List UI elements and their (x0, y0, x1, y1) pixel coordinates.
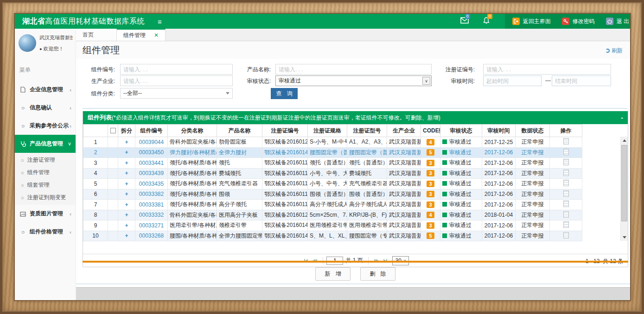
cell-operation[interactable] (550, 147, 582, 158)
expand-row-icon[interactable]: + (125, 139, 128, 145)
expand-row-icon[interactable]: + (125, 212, 128, 218)
tab-close-icon[interactable]: ✕ (154, 32, 159, 38)
expand-row-icon[interactable]: + (125, 191, 128, 197)
submenu-item-kit-management[interactable]: ○组套管理 (15, 179, 76, 191)
cell-code[interactable]: 00033381 (135, 200, 168, 210)
expand-row-icon[interactable]: + (125, 232, 128, 239)
expand-row-icon[interactable]: + (125, 181, 128, 187)
component-code-link[interactable]: 00039044 (139, 139, 164, 145)
cell-operation[interactable] (550, 200, 582, 210)
cell-operation[interactable] (550, 220, 582, 231)
table-row[interactable]: 7+00033381颈托/各种材质/各种规格高分子颈托鄂汉械备2016011高分… (83, 200, 582, 210)
component-code-link[interactable]: 00033268 (139, 232, 164, 239)
tab-home[interactable]: 首页 (76, 29, 117, 41)
cell-operation[interactable] (550, 210, 582, 220)
sidebar-item-purchase-ref-price[interactable]: ○ 采购参考价公示 ‹ (15, 117, 76, 135)
audit-status-select[interactable]: 审核通过 ∨ (275, 75, 432, 86)
query-button[interactable]: 查 询 (271, 88, 298, 99)
expand-row-icon[interactable]: + (125, 201, 128, 208)
component-code-input[interactable] (120, 64, 233, 75)
cell-code[interactable]: 00039044 (135, 137, 168, 148)
document-icon[interactable] (563, 149, 569, 155)
document-icon[interactable] (563, 180, 569, 186)
document-icon[interactable] (563, 170, 569, 176)
document-icon[interactable] (563, 159, 569, 165)
cell-split[interactable]: + (118, 158, 135, 169)
select-all-checkbox[interactable] (110, 128, 116, 133)
component-code-link[interactable]: 00033439 (139, 170, 164, 176)
sidebar-item-product-info[interactable]: 产品信息管理 ∨ (15, 135, 76, 153)
component-code-link[interactable]: 00033381 (139, 201, 164, 208)
category-select[interactable]: --全部-- (120, 88, 233, 99)
return-main-button[interactable]: 返回主界面 (512, 18, 551, 25)
cell-code[interactable]: 00033450 (135, 147, 168, 158)
cell-code[interactable]: 00033382 (135, 189, 168, 200)
collapse-button[interactable]: - (621, 114, 623, 121)
component-code-link[interactable]: 00033441 (139, 160, 164, 166)
vertical-scrollbar[interactable] (620, 137, 628, 241)
cell-operation[interactable] (550, 179, 582, 189)
cell-split[interactable]: + (118, 220, 135, 231)
bell-icon[interactable]: 0 (483, 17, 491, 25)
table-row[interactable]: 5+00033435颈托/各种材质/各种规格充气颈椎牵引器鄂汉械备2016011… (83, 179, 582, 189)
cell-split[interactable]: + (118, 147, 135, 158)
component-code-link[interactable]: 00033450 (139, 149, 164, 156)
cell-code[interactable]: 00033441 (135, 158, 168, 169)
cell-operation[interactable] (550, 158, 582, 169)
component-code-link[interactable]: 00033435 (139, 181, 164, 187)
cell-code[interactable]: 00033435 (135, 179, 168, 189)
sidebar-item-qualification-images[interactable]: 资质图片管理 ‹ (15, 205, 76, 223)
table-row[interactable]: 6+00033382颈托/各种材质/各种规格围领鄂汉械备2016011围领（普通… (83, 189, 582, 200)
scroll-up-icon[interactable] (621, 137, 628, 144)
expand-row-icon[interactable]: + (125, 160, 128, 166)
cell-split[interactable]: + (118, 168, 135, 179)
sidebar-item-info-confirm[interactable]: ○ 信息确认 ‹ (15, 99, 76, 117)
cell-split[interactable]: + (118, 137, 135, 148)
select-arrow-icon[interactable]: ∨ (422, 77, 430, 85)
manufacturer-input[interactable] (120, 75, 233, 86)
cell-operation[interactable] (550, 168, 582, 179)
audit-time-end-input[interactable] (552, 75, 611, 86)
sidebar-item-component-price[interactable]: ○ 组件价格管理 ‹ (15, 223, 76, 241)
sidebar-item-enterprise-info[interactable]: 企业信息管理 ‹ (15, 81, 76, 99)
cell-split[interactable]: + (118, 231, 135, 241)
delete-button[interactable]: 删 除 (360, 267, 395, 281)
table-row[interactable]: 9+00033271医用牵引带/各种材质/各颈椎牵引带鄂汉械备2016014医用… (83, 220, 582, 231)
scrollbar-thumb[interactable] (621, 145, 627, 221)
table-row[interactable]: 8+00033332骨科外固定夹板/各种材质医用高分子夹板鄂汉械备2016012… (83, 210, 582, 220)
col-checkbox[interactable] (108, 125, 118, 137)
tab-component-management[interactable]: 组件管理 ✕ (117, 29, 166, 41)
cert-no-input[interactable] (483, 64, 611, 75)
cell-code[interactable]: 00033271 (135, 220, 168, 231)
expand-row-icon[interactable]: + (125, 222, 128, 229)
table-row[interactable]: 2+00033450弹力腰封/各种材质/各种全弹力腰封鄂汉械备2016014腰围… (83, 147, 582, 158)
cell-operation[interactable] (550, 137, 582, 148)
expand-row-icon[interactable]: + (125, 149, 128, 156)
submenu-item-cert-expiry-change[interactable]: ○注册证到期变更 (15, 191, 76, 204)
product-name-input[interactable] (275, 64, 432, 75)
table-row[interactable]: 3+00033441颈托/各种材质/各种规格颈托鄂汉械备2016011颈托（普通… (83, 158, 582, 169)
table-row[interactable]: 10+00033268腰围/各种材质/各种规格全弹力腰围固定带鄂汉械备20160… (83, 231, 582, 241)
change-password-button[interactable]: 修改密码 (562, 18, 595, 25)
mail-icon[interactable]: 0 (460, 17, 469, 25)
cell-code[interactable]: 00033332 (135, 210, 168, 220)
table-row[interactable]: 4+00033439颈托/各种材质/各种规格费城颈托鄂汉械备2016011小号、… (83, 168, 582, 179)
cell-code[interactable]: 00033439 (135, 168, 168, 179)
document-icon[interactable] (563, 190, 569, 197)
component-code-link[interactable]: 00033271 (139, 222, 164, 229)
component-code-link[interactable]: 00033382 (139, 191, 164, 197)
document-icon[interactable] (563, 211, 569, 218)
cell-operation[interactable] (550, 189, 582, 200)
table-row[interactable]: 1+00039044骨科外固定夹板/各种材质肋骨固定板鄂汉械备2016012S-… (83, 137, 582, 148)
add-button[interactable]: 新 增 (315, 267, 350, 281)
logout-button[interactable]: 退 出 (606, 18, 629, 25)
cell-split[interactable]: + (118, 200, 135, 210)
cell-operation[interactable] (550, 231, 582, 241)
document-icon[interactable] (563, 201, 569, 207)
refresh-button[interactable]: 刷新 (606, 47, 623, 55)
submenu-item-cert-management[interactable]: ○注册证管理 (15, 154, 76, 166)
cell-split[interactable]: + (118, 210, 135, 220)
document-icon[interactable] (563, 138, 569, 144)
scroll-down-icon[interactable] (621, 233, 628, 241)
document-icon[interactable] (563, 232, 569, 239)
